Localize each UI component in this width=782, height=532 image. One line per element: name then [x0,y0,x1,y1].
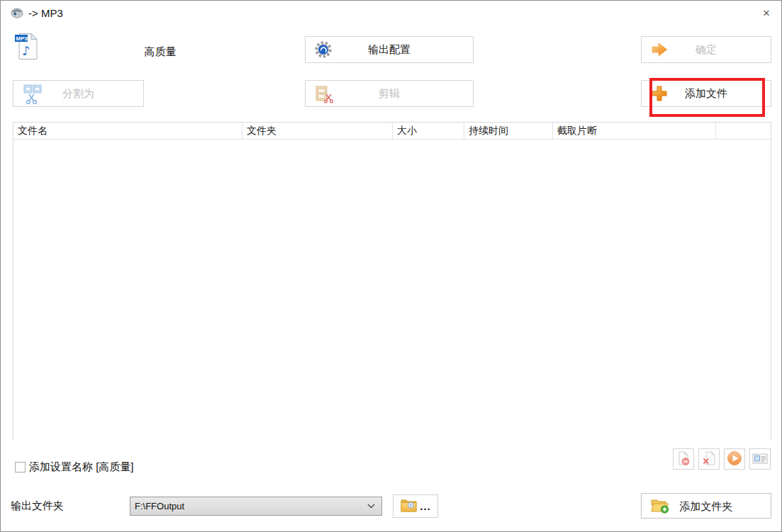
preset-name-label: 高质量 [107,45,213,59]
folder-plus-icon [650,498,669,514]
file-table-body[interactable] [13,140,771,441]
split-icon [22,83,43,104]
add-folder-button[interactable]: 添加文件夹 [641,493,771,519]
output-folder-label: 输出文件夹 [11,499,64,513]
column-header-size[interactable]: 大小 [393,123,464,139]
column-header-clip-range[interactable]: 截取片断 [553,123,716,139]
append-setting-label: 添加设置名称 [高质量] [29,460,134,474]
option-panel-icon [752,450,769,469]
play-icon [726,450,743,469]
column-header-empty [716,123,771,139]
clear-list-button[interactable] [698,448,720,470]
add-files-button[interactable]: 添加文件 [641,80,771,107]
ok-arrow-icon [650,41,670,58]
chevron-down-icon [367,504,381,509]
play-button[interactable] [724,448,745,470]
file-table-header: 文件名 文件夹 大小 持续时间 截取片断 [13,123,771,140]
converter-window: -> MP3 × MP3 ♪ 高质量 输出配置 [0,0,782,532]
output-folder-value: F:\FFOutput [130,501,367,511]
plus-icon [650,84,669,103]
file-table: 文件名 文件夹 大小 持续时间 截取片断 [13,122,771,441]
clear-list-icon [701,451,717,468]
gear-icon [314,40,333,59]
append-setting-checkbox[interactable] [15,462,26,472]
folder-icon [400,498,418,515]
close-icon[interactable]: × [754,4,779,23]
append-setting-row: 添加设置名称 [高质量] [15,460,134,474]
clip-icon [314,84,334,103]
remove-file-button[interactable] [673,448,694,470]
app-icon [11,7,23,18]
option-panel-button[interactable] [749,448,771,470]
column-header-filename[interactable]: 文件名 [13,123,242,139]
svg-text:♪: ♪ [22,43,30,58]
browse-folder-button[interactable]: ... [393,494,438,518]
browse-dots-label: ... [420,503,431,510]
column-header-folder[interactable]: 文件夹 [242,123,393,139]
output-folder-select[interactable]: F:\FFOutput [130,497,382,516]
remove-file-icon [676,451,691,468]
mp3-file-icon: MP3 ♪ [14,33,38,61]
split-button[interactable]: 分割为 [13,80,144,107]
window-title: -> MP3 [28,7,63,19]
svg-text:MP3: MP3 [16,35,28,42]
ok-button[interactable]: 确定 [641,36,771,63]
output-config-button[interactable]: 输出配置 [305,36,474,63]
column-header-duration[interactable]: 持续时间 [464,123,553,139]
clip-button[interactable]: 剪辑 [305,80,474,107]
title-bar: -> MP3 × [1,1,781,26]
